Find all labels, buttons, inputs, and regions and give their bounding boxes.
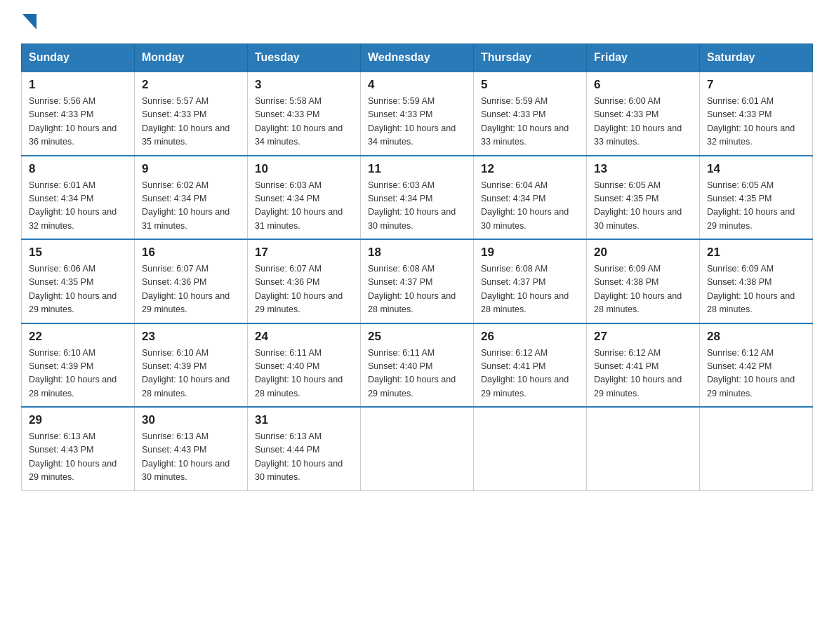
day-info: Sunrise: 6:08 AMSunset: 4:37 PMDaylight:… (481, 262, 579, 317)
day-number: 16 (142, 246, 240, 260)
logo-triangle-icon (22, 14, 37, 29)
day-number: 27 (594, 330, 692, 344)
day-info: Sunrise: 6:10 AMSunset: 4:39 PMDaylight:… (29, 347, 127, 401)
day-number: 13 (594, 162, 692, 176)
day-number: 31 (255, 413, 353, 427)
calendar-cell: 6Sunrise: 6:00 AMSunset: 4:33 PMDaylight… (587, 72, 700, 156)
day-info: Sunrise: 6:03 AMSunset: 4:34 PMDaylight:… (368, 179, 466, 234)
day-number: 6 (594, 78, 692, 92)
calendar-cell: 14Sunrise: 6:05 AMSunset: 4:35 PMDayligh… (700, 156, 813, 240)
header-tuesday: Tuesday (248, 44, 361, 72)
calendar-cell (700, 407, 813, 490)
week-row-5: 29Sunrise: 6:13 AMSunset: 4:43 PMDayligh… (22, 407, 813, 490)
calendar-cell: 8Sunrise: 6:01 AMSunset: 4:34 PMDaylight… (22, 156, 135, 240)
calendar-cell: 23Sunrise: 6:10 AMSunset: 4:39 PMDayligh… (135, 323, 248, 408)
day-info: Sunrise: 6:05 AMSunset: 4:35 PMDaylight:… (594, 179, 692, 234)
calendar-cell: 4Sunrise: 5:59 AMSunset: 4:33 PMDaylight… (361, 72, 474, 156)
day-number: 7 (707, 78, 805, 92)
calendar-cell: 3Sunrise: 5:58 AMSunset: 4:33 PMDaylight… (248, 72, 361, 156)
day-number: 22 (29, 330, 127, 344)
calendar-cell: 18Sunrise: 6:08 AMSunset: 4:37 PMDayligh… (361, 239, 474, 323)
day-number: 12 (481, 162, 579, 176)
calendar-table: SundayMondayTuesdayWednesdayThursdayFrid… (21, 43, 813, 491)
calendar-cell: 22Sunrise: 6:10 AMSunset: 4:39 PMDayligh… (22, 323, 135, 408)
calendar-cell: 24Sunrise: 6:11 AMSunset: 4:40 PMDayligh… (248, 323, 361, 408)
day-info: Sunrise: 5:57 AMSunset: 4:33 PMDaylight:… (142, 95, 240, 149)
day-number: 14 (707, 162, 805, 176)
day-number: 26 (481, 330, 579, 344)
page-header (21, 14, 813, 29)
calendar-header-row: SundayMondayTuesdayWednesdayThursdayFrid… (22, 44, 813, 72)
day-info: Sunrise: 6:01 AMSunset: 4:33 PMDaylight:… (707, 95, 805, 149)
day-number: 5 (481, 78, 579, 92)
day-number: 29 (29, 413, 127, 427)
day-info: Sunrise: 6:12 AMSunset: 4:41 PMDaylight:… (594, 347, 692, 401)
calendar-cell: 15Sunrise: 6:06 AMSunset: 4:35 PMDayligh… (22, 239, 135, 323)
calendar-cell: 17Sunrise: 6:07 AMSunset: 4:36 PMDayligh… (248, 239, 361, 323)
calendar-cell: 28Sunrise: 6:12 AMSunset: 4:42 PMDayligh… (700, 323, 813, 408)
day-number: 4 (368, 78, 466, 92)
calendar-cell: 2Sunrise: 5:57 AMSunset: 4:33 PMDaylight… (135, 72, 248, 156)
day-info: Sunrise: 6:09 AMSunset: 4:38 PMDaylight:… (594, 262, 692, 317)
calendar-cell: 19Sunrise: 6:08 AMSunset: 4:37 PMDayligh… (474, 239, 587, 323)
day-number: 1 (29, 78, 127, 92)
day-info: Sunrise: 5:59 AMSunset: 4:33 PMDaylight:… (481, 95, 579, 149)
day-number: 21 (707, 246, 805, 260)
day-info: Sunrise: 6:00 AMSunset: 4:33 PMDaylight:… (594, 95, 692, 149)
day-number: 17 (255, 246, 353, 260)
day-number: 20 (594, 246, 692, 260)
day-number: 25 (368, 330, 466, 344)
day-number: 8 (29, 162, 127, 176)
header-wednesday: Wednesday (361, 44, 474, 72)
calendar-cell: 27Sunrise: 6:12 AMSunset: 4:41 PMDayligh… (587, 323, 700, 408)
calendar-cell: 30Sunrise: 6:13 AMSunset: 4:43 PMDayligh… (135, 407, 248, 490)
day-info: Sunrise: 6:11 AMSunset: 4:40 PMDaylight:… (368, 347, 466, 401)
day-info: Sunrise: 6:12 AMSunset: 4:41 PMDaylight:… (481, 347, 579, 401)
day-info: Sunrise: 5:56 AMSunset: 4:33 PMDaylight:… (29, 95, 127, 149)
calendar-cell (587, 407, 700, 490)
calendar-cell (474, 407, 587, 490)
calendar-cell: 13Sunrise: 6:05 AMSunset: 4:35 PMDayligh… (587, 156, 700, 240)
calendar-cell: 12Sunrise: 6:04 AMSunset: 4:34 PMDayligh… (474, 156, 587, 240)
logo (21, 14, 37, 29)
week-row-3: 15Sunrise: 6:06 AMSunset: 4:35 PMDayligh… (22, 239, 813, 323)
calendar-cell: 25Sunrise: 6:11 AMSunset: 4:40 PMDayligh… (361, 323, 474, 408)
day-number: 28 (707, 330, 805, 344)
day-info: Sunrise: 6:13 AMSunset: 4:43 PMDaylight:… (142, 430, 240, 485)
day-info: Sunrise: 6:13 AMSunset: 4:43 PMDaylight:… (29, 430, 127, 485)
calendar-cell: 31Sunrise: 6:13 AMSunset: 4:44 PMDayligh… (248, 407, 361, 490)
calendar-cell (361, 407, 474, 490)
week-row-2: 8Sunrise: 6:01 AMSunset: 4:34 PMDaylight… (22, 156, 813, 240)
calendar-cell: 16Sunrise: 6:07 AMSunset: 4:36 PMDayligh… (135, 239, 248, 323)
day-info: Sunrise: 6:01 AMSunset: 4:34 PMDaylight:… (29, 179, 127, 234)
day-info: Sunrise: 6:04 AMSunset: 4:34 PMDaylight:… (481, 179, 579, 234)
day-number: 19 (481, 246, 579, 260)
calendar-cell: 10Sunrise: 6:03 AMSunset: 4:34 PMDayligh… (248, 156, 361, 240)
day-number: 11 (368, 162, 466, 176)
header-monday: Monday (135, 44, 248, 72)
week-row-1: 1Sunrise: 5:56 AMSunset: 4:33 PMDaylight… (22, 72, 813, 156)
week-row-4: 22Sunrise: 6:10 AMSunset: 4:39 PMDayligh… (22, 323, 813, 408)
day-number: 24 (255, 330, 353, 344)
day-number: 18 (368, 246, 466, 260)
day-info: Sunrise: 6:03 AMSunset: 4:34 PMDaylight:… (255, 179, 353, 234)
day-number: 30 (142, 413, 240, 427)
header-friday: Friday (587, 44, 700, 72)
calendar-cell: 5Sunrise: 5:59 AMSunset: 4:33 PMDaylight… (474, 72, 587, 156)
day-info: Sunrise: 6:10 AMSunset: 4:39 PMDaylight:… (142, 347, 240, 401)
svg-marker-0 (22, 14, 37, 29)
day-number: 3 (255, 78, 353, 92)
day-info: Sunrise: 6:02 AMSunset: 4:34 PMDaylight:… (142, 179, 240, 234)
day-info: Sunrise: 6:11 AMSunset: 4:40 PMDaylight:… (255, 347, 353, 401)
day-number: 2 (142, 78, 240, 92)
day-number: 9 (142, 162, 240, 176)
calendar-cell: 11Sunrise: 6:03 AMSunset: 4:34 PMDayligh… (361, 156, 474, 240)
calendar-cell: 7Sunrise: 6:01 AMSunset: 4:33 PMDaylight… (700, 72, 813, 156)
calendar-cell: 29Sunrise: 6:13 AMSunset: 4:43 PMDayligh… (22, 407, 135, 490)
day-info: Sunrise: 5:58 AMSunset: 4:33 PMDaylight:… (255, 95, 353, 149)
day-info: Sunrise: 6:05 AMSunset: 4:35 PMDaylight:… (707, 179, 805, 234)
day-number: 23 (142, 330, 240, 344)
calendar-cell: 21Sunrise: 6:09 AMSunset: 4:38 PMDayligh… (700, 239, 813, 323)
day-info: Sunrise: 6:13 AMSunset: 4:44 PMDaylight:… (255, 430, 353, 485)
day-info: Sunrise: 5:59 AMSunset: 4:33 PMDaylight:… (368, 95, 466, 149)
